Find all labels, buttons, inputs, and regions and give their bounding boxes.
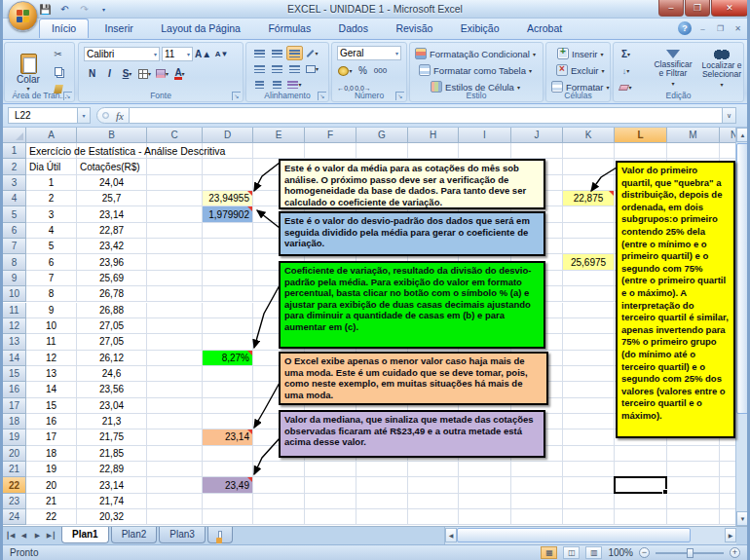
tab-layout[interactable]: Layout da Página — [149, 19, 252, 38]
cell-M23[interactable] — [667, 494, 720, 509]
cell-F22[interactable] — [305, 477, 356, 493]
tab-exibicao[interactable]: Exibição — [449, 19, 511, 38]
cell-I1[interactable] — [459, 143, 511, 159]
cell-F24[interactable] — [305, 509, 356, 525]
cell-E21[interactable] — [253, 462, 305, 477]
cell-A16[interactable]: 14 — [26, 382, 77, 397]
decrease-indent-button[interactable] — [251, 77, 268, 92]
column-header-i[interactable]: I — [459, 128, 511, 143]
cell-K12[interactable] — [563, 318, 615, 334]
cell-L21[interactable] — [615, 462, 667, 477]
fill-button[interactable]: ↓▾ — [618, 63, 634, 78]
tab-acrobat[interactable]: Acrobat — [515, 19, 574, 38]
tab-revisao[interactable]: Revisão — [384, 19, 444, 38]
cell-K16[interactable] — [563, 382, 615, 397]
workbook-restore-icon[interactable]: ❐ — [714, 24, 727, 33]
row-header-20[interactable]: 20 — [3, 446, 26, 462]
align-right-button[interactable] — [286, 61, 303, 76]
cell-K7[interactable] — [563, 239, 615, 254]
cell-B5[interactable]: 23,14 — [77, 206, 147, 222]
cell-K2[interactable] — [563, 159, 615, 174]
cell-K3[interactable] — [563, 175, 615, 191]
font-name-combo[interactable]: Calibri▾ — [84, 47, 160, 61]
grow-font-button[interactable]: A▲ — [195, 47, 211, 61]
cell-A22[interactable]: 20 — [26, 477, 77, 493]
cell-C18[interactable] — [147, 414, 203, 429]
cell-E22[interactable] — [253, 477, 305, 493]
cell-D15[interactable] — [203, 366, 253, 382]
formula-bar-expand-icon[interactable]: ∨ — [723, 107, 736, 124]
cell-C7[interactable] — [147, 239, 203, 254]
font-size-combo[interactable]: 11▾ — [162, 47, 193, 61]
cell-D24[interactable] — [203, 509, 253, 525]
cell-C10[interactable] — [147, 286, 203, 302]
alignment-dialog-launcher[interactable]: ↘ — [318, 92, 326, 100]
cell-F21[interactable] — [305, 462, 356, 477]
cell-D3[interactable] — [203, 175, 253, 191]
copy-button[interactable] — [50, 64, 66, 79]
restore-button[interactable]: ❐ — [685, 0, 710, 17]
page-break-view-button[interactable]: ▥ — [585, 546, 602, 559]
cell-C23[interactable] — [147, 494, 203, 509]
cell-C24[interactable] — [147, 509, 203, 525]
percent-style-button[interactable]: % — [355, 63, 371, 78]
cell-D22[interactable]: 23,49 — [203, 477, 253, 493]
merge-center-button[interactable]: ▾ — [304, 61, 320, 76]
workbook-close-icon[interactable]: ✕ — [731, 24, 744, 33]
cell-A9[interactable]: 7 — [26, 271, 77, 286]
cell-D8[interactable] — [203, 254, 253, 270]
cell-J24[interactable] — [511, 509, 563, 525]
row-header-10[interactable]: 10 — [3, 286, 26, 302]
align-center-button[interactable] — [269, 61, 285, 76]
zoom-slider-thumb[interactable] — [687, 548, 694, 558]
row-header-24[interactable]: 24 — [3, 509, 26, 525]
cell-A4[interactable]: 2 — [26, 191, 77, 206]
cell-B4[interactable]: 25,7 — [77, 191, 147, 206]
sheet-tab-plan1[interactable]: Plan1 — [61, 527, 109, 543]
zoom-in-button[interactable]: + — [730, 547, 740, 558]
tab-dados[interactable]: Dados — [327, 19, 380, 38]
row-header-21[interactable]: 21 — [3, 462, 26, 477]
cut-button[interactable]: ✂ — [50, 47, 66, 61]
cell-B12[interactable]: 27,05 — [77, 318, 147, 334]
cell-A2[interactable]: Dia Útil — [26, 159, 77, 174]
comment-mean[interactable]: Este é o valor da média para as cotações… — [279, 159, 545, 209]
tab-inserir[interactable]: Inserir — [94, 19, 145, 38]
cell-C9[interactable] — [147, 271, 203, 286]
cell-A13[interactable]: 11 — [26, 334, 77, 350]
minimize-button[interactable]: – — [658, 0, 684, 17]
cell-C5[interactable] — [147, 206, 203, 222]
cell-A3[interactable]: 1 — [26, 175, 77, 191]
column-header-k[interactable]: K — [563, 128, 615, 143]
cell-K10[interactable] — [563, 286, 615, 302]
select-all-corner[interactable] — [3, 128, 26, 143]
cell-D7[interactable] — [203, 239, 253, 254]
cell-G1[interactable] — [356, 143, 408, 159]
row-header-7[interactable]: 7 — [3, 239, 26, 254]
cell-G22[interactable] — [356, 477, 408, 493]
row-header-8[interactable]: 8 — [3, 254, 26, 270]
name-box-arrow-icon[interactable]: ▾ — [78, 107, 91, 124]
cell-J1[interactable] — [511, 143, 563, 159]
row-header-17[interactable]: 17 — [3, 398, 26, 414]
column-header-d[interactable]: D — [203, 128, 253, 143]
cell-F23[interactable] — [305, 494, 356, 509]
number-dialog-launcher[interactable]: ↘ — [395, 92, 404, 100]
cell-C2[interactable] — [147, 159, 203, 174]
row-header-2[interactable]: 2 — [3, 159, 26, 174]
cell-G24[interactable] — [356, 509, 408, 525]
cell-H1[interactable] — [408, 143, 459, 159]
underline-button[interactable]: S▾ — [119, 66, 135, 81]
row-header-15[interactable]: 15 — [3, 366, 26, 382]
cell-H22[interactable] — [408, 477, 459, 493]
comma-style-button[interactable]: 000 — [372, 63, 389, 78]
row-header-23[interactable]: 23 — [3, 494, 26, 509]
row-header-9[interactable]: 9 — [3, 271, 26, 286]
cell-A19[interactable]: 17 — [26, 429, 77, 445]
cell-C22[interactable] — [147, 477, 203, 493]
cell-B22[interactable]: 23,14 — [77, 477, 147, 493]
clipboard-dialog-launcher[interactable]: ↘ — [63, 92, 72, 100]
autosum-button[interactable]: Σ▾ — [618, 47, 634, 61]
cell-K17[interactable] — [563, 398, 615, 414]
font-color-button[interactable]: A▾ — [171, 66, 188, 81]
